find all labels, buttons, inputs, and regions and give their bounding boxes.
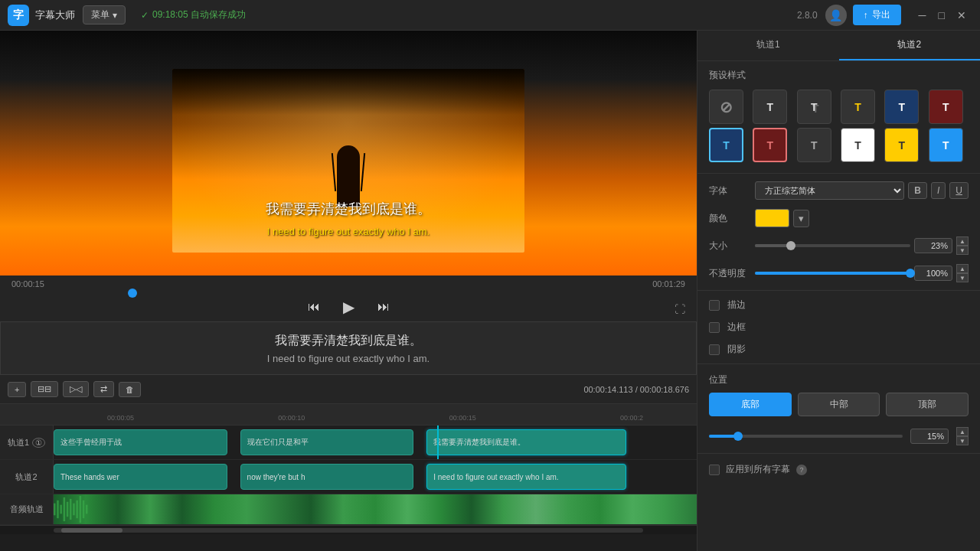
position-input[interactable] bbox=[910, 429, 949, 444]
size-up-button[interactable]: ▲ bbox=[956, 236, 969, 246]
track1-clip-3[interactable]: 我需要弄清楚我到底是谁。 bbox=[426, 429, 626, 455]
right-panel: 轨道1 轨道2 预设样式 ⊘ T T T T T T T T T T T 字体 … bbox=[697, 31, 980, 551]
preset-2[interactable]: T bbox=[797, 90, 831, 124]
svg-rect-5 bbox=[70, 499, 72, 520]
video-frame: 我需要弄清楚我到底是谁。 I need to figure out exactl… bbox=[0, 31, 697, 276]
font-underline-button[interactable]: U bbox=[949, 182, 969, 199]
video-subtitle-cn: 我需要弄清楚我到底是谁。 bbox=[172, 200, 524, 218]
video-subtitle-en: I need to figure out exactly who I am. bbox=[172, 226, 524, 237]
opacity-slider[interactable] bbox=[755, 272, 910, 275]
color-dropdown-button[interactable]: ▾ bbox=[793, 210, 809, 227]
size-down-button[interactable]: ▼ bbox=[956, 246, 969, 255]
delete-button[interactable]: 🗑 bbox=[119, 382, 141, 397]
stroke-label[interactable]: 描边 bbox=[727, 298, 746, 311]
scrollbar-thumb[interactable] bbox=[61, 528, 122, 533]
fast-forward-button[interactable]: ⏭ bbox=[374, 298, 394, 315]
rewind-button[interactable]: ⏮ bbox=[304, 298, 324, 315]
font-select[interactable]: 方正综艺简体 bbox=[755, 181, 904, 200]
subtitle-display: 我需要弄清楚我到底是谁。 I need to figure out exactl… bbox=[0, 321, 697, 375]
split-button[interactable]: ⊟⊟ bbox=[31, 381, 58, 397]
track1-content[interactable]: 这些手曾经用于战 现在它们只是和平 我需要弄清楚我到底是谁。 bbox=[54, 425, 697, 459]
preset-4[interactable]: T bbox=[884, 90, 919, 124]
color-swatch[interactable] bbox=[755, 209, 789, 227]
track1-row: 轨道1 ① 这些手曾经用于战 现在它们只是和平 我需要弄清楚我到底 bbox=[0, 425, 697, 460]
app-logo: 字 bbox=[8, 5, 29, 26]
playback-controls: ⏮ ▶ ⏭ bbox=[11, 296, 685, 318]
preset-3[interactable]: T bbox=[841, 90, 875, 124]
shadow-label[interactable]: 阴影 bbox=[727, 343, 746, 356]
track2-clip-3[interactable]: I need to figure out exactly who I am. bbox=[426, 464, 626, 490]
svg-rect-10 bbox=[86, 505, 88, 514]
position-buttons: 底部 中部 顶部 bbox=[709, 393, 969, 416]
position-slider[interactable] bbox=[709, 435, 903, 438]
add-clip-button[interactable]: + bbox=[8, 382, 26, 397]
size-row: 大小 ▲ ▼ bbox=[697, 232, 980, 259]
svg-rect-3 bbox=[64, 497, 66, 521]
preset-9[interactable]: T bbox=[841, 128, 875, 162]
maximize-button[interactable]: □ bbox=[933, 0, 951, 31]
tab-track1[interactable]: 轨道1 bbox=[697, 31, 839, 60]
scrollbar[interactable] bbox=[54, 528, 643, 533]
border-label[interactable]: 边框 bbox=[727, 321, 746, 334]
preset-7[interactable]: T bbox=[753, 128, 787, 162]
minimize-button[interactable]: ─ bbox=[913, 0, 933, 31]
timeline-tracks: 轨道1 ① 这些手曾经用于战 现在它们只是和平 我需要弄清楚我到底 bbox=[0, 425, 697, 551]
timeline-toolbar: + ⊟⊟ ▷◁ ⇄ 🗑 00:00:14.113 / 00:00:18.676 bbox=[0, 375, 697, 404]
video-scene: 我需要弄清楚我到底是谁。 I need to figure out exactl… bbox=[172, 69, 524, 253]
preset-8[interactable]: T bbox=[797, 128, 831, 162]
color-row: 颜色 ▾ bbox=[697, 204, 980, 232]
apply-all-label[interactable]: 应用到所有字幕 bbox=[726, 463, 790, 476]
ripple-button[interactable]: ⇄ bbox=[93, 381, 114, 397]
position-up-button[interactable]: ▲ bbox=[956, 427, 969, 436]
play-button[interactable]: ▶ bbox=[339, 296, 358, 318]
border-checkbox[interactable] bbox=[709, 322, 720, 333]
preset-11[interactable]: T bbox=[929, 128, 963, 162]
time-current: 00:00:15 bbox=[11, 279, 44, 289]
speed-button[interactable]: ▷◁ bbox=[63, 381, 89, 397]
position-down-button[interactable]: ▼ bbox=[956, 436, 969, 445]
preset-5[interactable]: T bbox=[929, 90, 963, 124]
size-label: 大小 bbox=[709, 240, 747, 253]
opacity-label: 不透明度 bbox=[709, 267, 747, 280]
export-button[interactable]: ↑ 导出 bbox=[853, 5, 901, 25]
track2-label: 轨道2 bbox=[0, 460, 54, 494]
position-middle-button[interactable]: 中部 bbox=[798, 393, 880, 416]
opacity-input[interactable] bbox=[914, 266, 952, 281]
opacity-down-button[interactable]: ▼ bbox=[956, 273, 969, 282]
tab-track2[interactable]: 轨道2 bbox=[839, 31, 981, 60]
scrollbar-track[interactable] bbox=[0, 525, 697, 534]
track1-clip-2[interactable]: 现在它们只是和平 bbox=[240, 429, 414, 455]
opacity-up-button[interactable]: ▲ bbox=[956, 264, 969, 273]
preset-0[interactable]: ⊘ bbox=[709, 90, 743, 124]
track1-clip-1[interactable]: 这些手曾经用于战 bbox=[54, 429, 227, 455]
preset-10[interactable]: T bbox=[884, 128, 919, 162]
position-bottom-button[interactable]: 底部 bbox=[709, 393, 792, 416]
menu-button[interactable]: 菜单 ▾ bbox=[83, 5, 126, 24]
size-control: ▲ ▼ bbox=[755, 236, 969, 255]
shadow-checkbox[interactable] bbox=[709, 344, 720, 355]
preset-1[interactable]: T bbox=[753, 90, 787, 124]
figure-silhouette bbox=[337, 145, 360, 207]
size-input[interactable] bbox=[914, 238, 952, 253]
svg-rect-8 bbox=[80, 496, 82, 523]
time-labels: 00:00:15 00:01:29 bbox=[11, 279, 685, 289]
track1-label: 轨道1 ① bbox=[0, 425, 54, 459]
track2-content[interactable]: These hands wer now they're but h I need… bbox=[54, 460, 697, 494]
font-italic-button[interactable]: I bbox=[931, 182, 946, 199]
preset-6[interactable]: T bbox=[709, 128, 743, 162]
track2-clip-2[interactable]: now they're but h bbox=[240, 464, 414, 490]
stroke-checkbox[interactable] bbox=[709, 300, 720, 311]
fullscreen-button[interactable]: ⛶ bbox=[675, 303, 685, 315]
opacity-control: ▲ ▼ bbox=[755, 264, 969, 282]
position-label: 位置 bbox=[709, 373, 969, 386]
help-icon[interactable]: ? bbox=[796, 465, 807, 475]
position-top-button[interactable]: 顶部 bbox=[886, 393, 969, 416]
close-button[interactable]: ✕ bbox=[951, 0, 972, 31]
preset-grid: ⊘ T T T T T T T T T T T bbox=[697, 86, 980, 170]
size-slider[interactable] bbox=[755, 244, 910, 247]
left-panel: 我需要弄清楚我到底是谁。 I need to figure out exactl… bbox=[0, 31, 697, 551]
track2-clip-1[interactable]: These hands wer bbox=[54, 464, 227, 490]
font-bold-button[interactable]: B bbox=[908, 182, 927, 199]
apply-all-checkbox[interactable] bbox=[709, 465, 720, 475]
user-icon-button[interactable]: 👤 bbox=[825, 5, 847, 26]
